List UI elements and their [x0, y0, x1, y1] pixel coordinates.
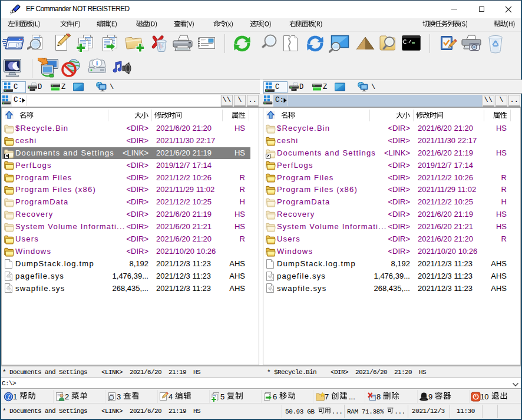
svg-text:?: ?: [7, 393, 10, 400]
svg-text:i: i: [96, 59, 98, 67]
